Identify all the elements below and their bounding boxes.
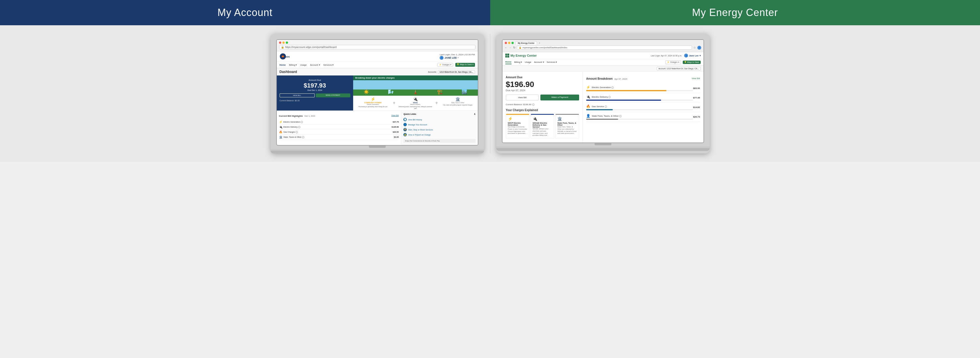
ec-bd-del-name: Electric Delivery i bbox=[592, 96, 611, 98]
browser-chrome-1: 🔒 https://myaccount.sdge.com/portal/Dash… bbox=[277, 40, 478, 51]
charge-row-gas: 🔥 Gas Charges i $20.50 bbox=[279, 130, 399, 135]
outages-button[interactable]: ⚡ Outages ▾ bbox=[438, 63, 453, 67]
gas-name: Gas Charges i bbox=[283, 131, 298, 133]
ec-btn-row: View Bill Make a Payment bbox=[506, 95, 579, 100]
ec-forward-icon[interactable]: → bbox=[509, 46, 512, 49]
laptop-notch-2 bbox=[595, 143, 611, 145]
breakdown-header: Breaking down your electric charges bbox=[353, 76, 478, 80]
sdge-logo: SDGE bbox=[280, 53, 290, 60]
ec-grid-cell-3 bbox=[505, 56, 507, 58]
sdge-delivery-icon: 🔌 bbox=[413, 97, 418, 101]
ec-bd-gas-amount: $14.82 bbox=[693, 106, 700, 109]
ec-tab-active[interactable]: My Energy Center bbox=[515, 41, 537, 44]
ec-amount-value: $196.90 bbox=[506, 80, 579, 89]
ec-tax-title: State Fees, Taxes, & Other bbox=[557, 122, 577, 126]
charge-row-delivery: 🔌 Electric Delivery i $126.68 bbox=[279, 125, 399, 130]
ec-accounts-selector[interactable]: Account: 1213 Waterfront Dr, San Diego, … bbox=[657, 67, 700, 70]
ec-card-taxes: 🏛️ State Fees, Taxes, & Other State Fees… bbox=[555, 114, 579, 139]
manage-account-icon: 👤 bbox=[403, 123, 407, 126]
nav-account[interactable]: Account ▾ bbox=[310, 63, 320, 67]
quick-link-services[interactable]: 📦 Start, Stop or Move Services bbox=[403, 127, 475, 132]
ec-charges-explained: Your Charges Explained ⚡ SDCP Electric G… bbox=[506, 106, 579, 139]
ec-del-progress-container bbox=[586, 100, 693, 101]
quick-links-title: Quick Links bbox=[403, 113, 416, 115]
ec-bd-gen-amount: $83.90 bbox=[693, 87, 700, 90]
quick-link-outage[interactable]: ⚠️ View or Report an Outage bbox=[403, 132, 475, 137]
ec-breakdown-date: Apr 07, 2024 bbox=[614, 78, 627, 80]
services-icon: 📦 bbox=[403, 128, 407, 131]
dot-close[interactable] bbox=[279, 41, 281, 44]
ec-breakdown-title-group: Amount Breakdown Apr 07, 2024 bbox=[586, 76, 627, 81]
laptop-foot-1 bbox=[270, 150, 484, 154]
ec-amount-due-label: Amount Due bbox=[506, 76, 579, 79]
ec-ways-to-save-button[interactable]: 💡 Ways to Save bbox=[683, 60, 701, 64]
ec-grid-cell-1 bbox=[505, 54, 507, 55]
taxes-name: State, Taxes & Other i bbox=[283, 136, 304, 138]
ec-nav-right: ⚡ Outages ▾ 💡 Ways to Save bbox=[665, 60, 700, 64]
ec-fees-progress-bar bbox=[586, 119, 618, 120]
ec-refresh-icon[interactable]: ↻ bbox=[513, 46, 515, 49]
charge-rows: ⚡ Electric Generation i $47.75 🔌 Electri… bbox=[279, 119, 399, 140]
ec-nav-services[interactable]: Services ▾ bbox=[547, 60, 557, 64]
ec-browser-user[interactable]: 👤 bbox=[697, 46, 701, 50]
generation-name: Electric Generation i bbox=[283, 121, 303, 123]
ec-user-chevron-icon: ▾ bbox=[700, 54, 701, 57]
nav-usage[interactable]: Usage bbox=[300, 63, 307, 67]
ways-to-save-button[interactable]: 💡 Ways to Save ▾ bbox=[455, 63, 475, 67]
payment-buttons: VIEW BILL MAKE A PAYMENT bbox=[280, 93, 350, 97]
ec-tab-add[interactable]: + bbox=[539, 41, 540, 44]
svg-text:SDGE: SDGE bbox=[285, 55, 290, 58]
ec-header-right: Last Login: Apr 07, 2024 02:30 p.m. 👤 Ja… bbox=[651, 54, 700, 57]
ec-dot-close[interactable] bbox=[505, 42, 507, 44]
my-energy-center-banner: My Energy Center bbox=[490, 0, 980, 25]
charge-row-taxes: 🏛️ State, Taxes & Other i $3.00 bbox=[279, 135, 399, 140]
ec-logo-grid bbox=[505, 54, 509, 57]
generation-desc: Purchasing or generating clean energy fo… bbox=[358, 106, 387, 108]
taxes-icon: 🏛️ bbox=[455, 97, 460, 101]
ec-card-delivery: 🔌 SDG&E Electric Delivery & Gas Service … bbox=[531, 114, 554, 139]
charge-left-delivery: 🔌 Electric Delivery i bbox=[279, 125, 301, 128]
ec-charges-title: Your Charges Explained bbox=[506, 109, 579, 112]
quick-link-bill-history[interactable]: 📄 View Bill History bbox=[403, 117, 475, 122]
ec-breakdown-del-info: 🔌 Electric Delivery i bbox=[586, 95, 693, 101]
ec-last-login: Last Login: Apr 07, 2024 02:30 p.m. bbox=[651, 55, 682, 57]
ec-view-bill-button[interactable]: View Bill bbox=[506, 95, 539, 100]
ec-dot-maximize[interactable] bbox=[511, 42, 514, 44]
taxes-label: State, Taxes & Other bbox=[452, 102, 464, 103]
quick-link-manage-account[interactable]: 👤 Manage Your Account bbox=[403, 122, 475, 127]
ec-back-icon[interactable]: ← bbox=[505, 46, 508, 49]
taxes-amount: $3.00 bbox=[394, 136, 399, 138]
ec-nav-account[interactable]: Account ▾ bbox=[534, 60, 544, 64]
view-bill-link[interactable]: View Bill bbox=[391, 114, 399, 116]
ec-view-bill-link[interactable]: View Bill bbox=[691, 77, 700, 80]
make-payment-button[interactable]: MAKE A PAYMENT bbox=[316, 93, 350, 97]
amount-due-value: $197.93 bbox=[280, 82, 350, 89]
ec-outages-button[interactable]: ⚡ Outages ▾ bbox=[665, 60, 681, 64]
charge-left-gas: 🔥 Gas Charges i bbox=[279, 130, 298, 133]
dashboard-title: Dashboard bbox=[280, 70, 297, 74]
address-bar-1[interactable]: 🔒 https://myaccount.sdge.com/portal/Dash… bbox=[279, 45, 476, 49]
ec-star-icon[interactable]: ☆ bbox=[694, 46, 696, 49]
ec-del-title: SDG&E Electric Delivery & Gas Service bbox=[533, 122, 552, 128]
nav-billing[interactable]: Billing ▾ bbox=[289, 63, 297, 67]
user-chevron-icon[interactable]: ▾ bbox=[458, 57, 459, 59]
accounts-selector[interactable]: 1213 Waterfront Dr, San Diego, CA... bbox=[438, 70, 475, 74]
ec-nav-home[interactable]: Home bbox=[505, 60, 511, 64]
nav-home[interactable]: Home bbox=[280, 63, 286, 67]
view-bill-button[interactable]: VIEW BILL bbox=[280, 93, 315, 97]
ec-card-del-header: 🔌 bbox=[533, 116, 552, 121]
ec-dot-minimize[interactable] bbox=[508, 42, 510, 44]
ec-breakdown-header: Amount Breakdown Apr 07, 2024 View Bill bbox=[586, 76, 700, 81]
ec-bd-gas-name: Gas Service i bbox=[592, 105, 607, 108]
ec-nav-usage[interactable]: Usage bbox=[525, 60, 531, 64]
dot-maximize[interactable] bbox=[286, 41, 288, 44]
ec-address-bar[interactable]: 🔒 myenergycenter.com/portal/Dashboard/in… bbox=[517, 46, 692, 50]
ec-nav-billing[interactable]: Billing ▾ bbox=[514, 60, 522, 64]
nav-services[interactable]: Services ▾ bbox=[323, 63, 334, 67]
ec-del-logo-icon: 🔌 bbox=[533, 116, 537, 121]
dot-minimize[interactable] bbox=[282, 41, 285, 44]
ec-make-payment-button[interactable]: Make a Payment bbox=[540, 95, 579, 100]
delivery-label: Electric Delivery bbox=[410, 103, 420, 105]
amount-due-panel: Amount Due $197.93 Due Dec 1, 2024 VIEW … bbox=[277, 76, 353, 111]
current-balance: Current Balance: $0.00 bbox=[280, 100, 350, 101]
